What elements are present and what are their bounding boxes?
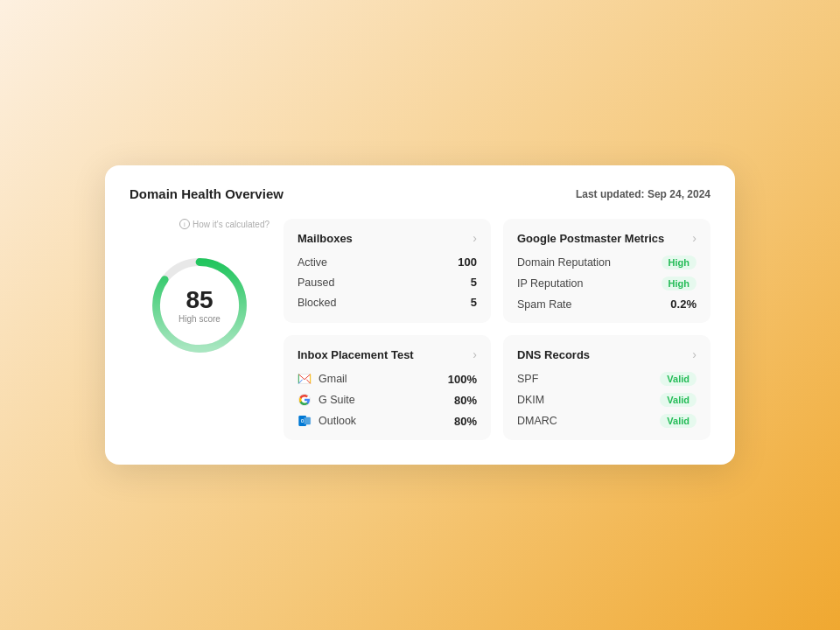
- outlook-provider: O Outlook: [298, 414, 356, 428]
- last-updated-label: Last updated:: [576, 188, 645, 200]
- card-header: Domain Health Overview Last updated: Sep…: [130, 186, 710, 201]
- postmaster-panel: Google Postmaster Metrics › Domain Reput…: [503, 219, 710, 323]
- mailboxes-active-label: Active: [298, 256, 327, 269]
- how-calculated-link[interactable]: i How it's calculated?: [179, 219, 270, 229]
- dkim-badge: Valid: [660, 393, 696, 407]
- domain-health-card: Domain Health Overview Last updated: Sep…: [105, 165, 735, 465]
- outlook-label: Outlook: [318, 415, 356, 427]
- outlook-value: 80%: [454, 415, 477, 428]
- gmail-provider: Gmail: [298, 372, 347, 386]
- score-number: 85: [178, 288, 220, 312]
- postmaster-title: Google Postmaster Metrics: [517, 232, 664, 245]
- mailboxes-title: Mailboxes: [298, 232, 353, 245]
- spf-label: SPF: [517, 373, 538, 385]
- postmaster-header: Google Postmaster Metrics ›: [517, 231, 696, 245]
- dns-records-panel: DNS Records › SPF Valid DKIM Valid DMARC…: [503, 335, 710, 440]
- gmail-value: 100%: [448, 373, 477, 386]
- gsuite-label: G Suite: [318, 394, 355, 406]
- mailboxes-chevron-icon[interactable]: ›: [472, 231, 477, 245]
- dns-title: DNS Records: [517, 348, 590, 361]
- gmail-icon: [298, 372, 312, 386]
- table-row: Domain Reputation High: [517, 256, 696, 270]
- ip-reputation-label: IP Reputation: [517, 277, 584, 290]
- table-row: IP Reputation High: [517, 276, 696, 290]
- score-circle: 85 High score: [151, 257, 248, 354]
- dns-header: DNS Records ›: [517, 347, 696, 361]
- dns-chevron-icon[interactable]: ›: [692, 347, 696, 361]
- mailboxes-active-value: 100: [458, 256, 477, 269]
- dmarc-label: DMARC: [517, 415, 557, 427]
- ip-reputation-badge: High: [662, 276, 696, 290]
- svg-rect-3: [304, 417, 310, 424]
- table-row: Gmail 100%: [298, 372, 477, 386]
- gsuite-provider: G Suite: [298, 393, 355, 407]
- score-section: i How it's calculated? 85 High: [130, 219, 270, 440]
- card-title: Domain Health Overview: [130, 186, 284, 201]
- spam-rate-label: Spam Rate: [517, 298, 572, 311]
- spam-rate-value: 0.2%: [670, 298, 696, 311]
- postmaster-chevron-icon[interactable]: ›: [692, 231, 696, 245]
- table-row: O Outlook 80%: [298, 414, 477, 428]
- table-row: SPF Valid: [517, 372, 696, 386]
- last-updated-date: Sep 24, 2024: [648, 188, 710, 200]
- table-row: Spam Rate 0.2%: [517, 298, 696, 311]
- dmarc-badge: Valid: [660, 414, 696, 428]
- card-body: i How it's calculated? 85 High: [130, 219, 710, 440]
- mailboxes-paused-value: 5: [471, 276, 477, 289]
- panels-grid: Mailboxes › Active 100 Paused 5 Blocked …: [284, 219, 710, 440]
- mailboxes-blocked-label: Blocked: [298, 297, 336, 309]
- score-label: High score: [178, 314, 220, 324]
- table-row: DKIM Valid: [517, 393, 696, 407]
- table-row: Blocked 5: [298, 296, 477, 309]
- dkim-label: DKIM: [517, 394, 544, 406]
- last-updated: Last updated: Sep 24, 2024: [576, 188, 710, 200]
- mailboxes-panel: Mailboxes › Active 100 Paused 5 Blocked …: [284, 219, 491, 323]
- inbox-placement-chevron-icon[interactable]: ›: [472, 347, 477, 361]
- mailboxes-header: Mailboxes ›: [298, 231, 477, 245]
- circle-center: 85 High score: [178, 288, 220, 324]
- inbox-placement-title: Inbox Placement Test: [298, 348, 414, 361]
- domain-reputation-badge: High: [662, 256, 696, 270]
- mailboxes-paused-label: Paused: [298, 276, 334, 289]
- outlook-icon: O: [298, 414, 312, 428]
- how-calculated-label: How it's calculated?: [192, 220, 270, 229]
- gsuite-value: 80%: [454, 394, 477, 407]
- inbox-placement-header: Inbox Placement Test ›: [298, 347, 477, 361]
- table-row: DMARC Valid: [517, 414, 696, 428]
- mailboxes-blocked-value: 5: [471, 296, 477, 309]
- gsuite-icon: [298, 393, 312, 407]
- inbox-placement-panel: Inbox Placement Test ›: [284, 335, 491, 440]
- table-row: G Suite 80%: [298, 393, 477, 407]
- info-icon: i: [179, 219, 190, 229]
- table-row: Active 100: [298, 256, 477, 269]
- spf-badge: Valid: [660, 372, 696, 386]
- domain-reputation-label: Domain Reputation: [517, 256, 611, 269]
- gmail-label: Gmail: [318, 373, 347, 385]
- svg-text:O: O: [301, 419, 304, 424]
- table-row: Paused 5: [298, 276, 477, 289]
